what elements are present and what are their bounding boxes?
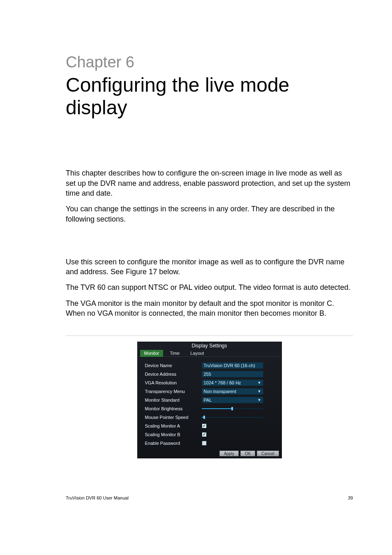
- select-vga-resolution[interactable]: 1024 * 768 / 60 Hz ▼: [202, 379, 263, 386]
- section-paragraph-2: The TVR 60 can support NTSC or PAL video…: [66, 282, 353, 292]
- chapter-label: Chapter 6: [66, 53, 353, 71]
- row-enable-password: Enable Password: [145, 439, 277, 447]
- label-monitor-brightness: Monitor Brightness: [145, 406, 202, 411]
- row-device-name: Device Name TruVision DVR 60 (16-ch): [145, 361, 277, 370]
- row-monitor-standard: Monitor Standard PAL ▼: [145, 395, 277, 404]
- row-transparency: Transparency Menu Non-transparent ▼: [145, 387, 277, 395]
- label-device-name: Device Name: [145, 363, 202, 368]
- label-scaling-a: Scaling Monitor A: [145, 423, 202, 428]
- select-transparency[interactable]: Non-transparent ▼: [202, 388, 263, 395]
- row-mouse-pointer-speed: Mouse Pointer Speed: [145, 413, 277, 421]
- page-footer: TruVision DVR 60 User Manual 39: [0, 475, 392, 500]
- checkbox-scaling-b[interactable]: ✔: [202, 432, 207, 437]
- dialog-body: Device Name TruVision DVR 60 (16-ch) Dev…: [138, 357, 281, 449]
- row-device-address: Device Address 255: [145, 370, 277, 378]
- footer-left: TruVision DVR 60 User Manual: [66, 495, 129, 500]
- select-vga-resolution-value: 1024 * 768 / 60 Hz: [204, 380, 241, 385]
- footer-page-number: 39: [348, 495, 353, 500]
- display-settings-dialog: Display Settings Monitor Time Layout Dev…: [137, 342, 282, 458]
- row-monitor-brightness: Monitor Brightness: [145, 404, 277, 413]
- apply-button[interactable]: Apply: [219, 451, 239, 456]
- dialog-buttons: Apply OK Cancel: [138, 449, 281, 456]
- input-device-address[interactable]: 255: [202, 371, 263, 377]
- label-monitor-standard: Monitor Standard: [145, 398, 202, 402]
- label-vga-resolution: VGA Resolution: [145, 380, 202, 385]
- label-scaling-b: Scaling Monitor B: [145, 432, 202, 437]
- slider-monitor-brightness[interactable]: [202, 405, 263, 412]
- label-mouse-speed: Mouse Pointer Speed: [145, 415, 202, 420]
- slider-mouse-speed[interactable]: [202, 414, 263, 421]
- row-scaling-b: Scaling Monitor B ✔: [145, 430, 277, 439]
- label-device-address: Device Address: [145, 372, 202, 377]
- section-paragraph-1: Use this screen to configure the monitor…: [66, 257, 353, 277]
- chapter-title: Configuring the live mode display: [66, 74, 353, 119]
- dialog-title: Display Settings: [138, 342, 281, 349]
- cancel-button[interactable]: Cancel: [257, 451, 279, 456]
- row-vga-resolution: VGA Resolution 1024 * 768 / 60 Hz ▼: [145, 378, 277, 387]
- tab-time[interactable]: Time: [166, 350, 184, 357]
- figure-divider: [66, 335, 353, 336]
- checkbox-scaling-a[interactable]: ✔: [202, 423, 207, 428]
- checkbox-enable-password[interactable]: [202, 441, 207, 446]
- screenshot-figure: Display Settings Monitor Time Layout Dev…: [66, 342, 353, 458]
- label-enable-password: Enable Password: [145, 441, 202, 446]
- tab-layout[interactable]: Layout: [186, 350, 208, 357]
- input-device-name[interactable]: TruVision DVR 60 (16-ch): [202, 362, 263, 369]
- chevron-down-icon: ▼: [258, 381, 261, 385]
- dialog-tabs: Monitor Time Layout: [138, 349, 281, 357]
- select-transparency-value: Non-transparent: [204, 389, 237, 394]
- chevron-down-icon: ▼: [258, 398, 261, 402]
- select-monitor-standard-value: PAL: [204, 398, 212, 402]
- select-monitor-standard[interactable]: PAL ▼: [202, 397, 263, 403]
- label-transparency: Transparency Menu: [145, 389, 202, 394]
- section-paragraph-3: The VGA monitor is the main monitor by d…: [66, 298, 353, 319]
- row-scaling-a: Scaling Monitor A ✔: [145, 421, 277, 430]
- ok-button[interactable]: OK: [240, 451, 255, 456]
- intro-paragraph-2: You can change the settings in the scree…: [66, 204, 353, 224]
- tab-monitor[interactable]: Monitor: [140, 350, 164, 357]
- chevron-down-icon: ▼: [258, 389, 261, 393]
- intro-paragraph-1: This chapter describes how to configure …: [66, 168, 353, 198]
